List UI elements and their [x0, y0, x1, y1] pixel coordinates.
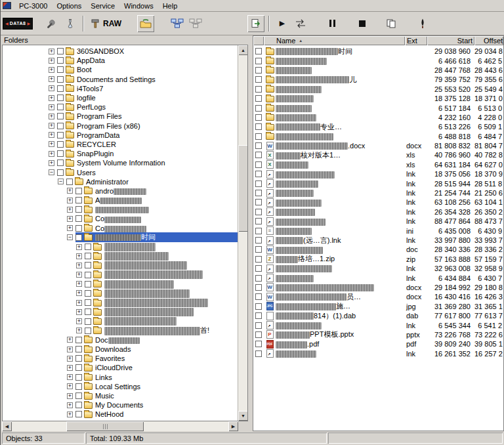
row-checkbox[interactable]	[255, 246, 262, 253]
row-checkbox[interactable]	[255, 256, 262, 263]
file-row[interactable]: Xxls64 631 18464 627 0	[253, 160, 503, 169]
row-checkbox[interactable]	[255, 67, 262, 74]
file-row[interactable]: 28 447 76828 443 6	[253, 66, 503, 75]
row-checkbox[interactable]	[255, 190, 262, 196]
row-checkbox[interactable]	[255, 86, 262, 93]
row-checkbox[interactable]	[255, 95, 262, 102]
tree-row[interactable]: −Administrator	[3, 177, 238, 186]
file-row[interactable]: ↗lnk28 515 94428 511 8	[253, 179, 503, 188]
tree-checkbox[interactable]	[57, 48, 64, 54]
tree-checkbox[interactable]	[85, 328, 91, 334]
row-checkbox[interactable]	[255, 180, 262, 187]
tree-row[interactable]: +A	[3, 196, 238, 205]
row-checkbox[interactable]	[255, 331, 262, 338]
row-checkbox[interactable]	[255, 237, 262, 244]
tree-checkbox[interactable]	[57, 85, 64, 92]
tree-row[interactable]: −时间	[3, 233, 238, 242]
map-disabled-button[interactable]	[187, 15, 204, 32]
file-row[interactable]: 814）(1).dabdab77 617 80077 613 7	[253, 311, 503, 320]
data-extractor-badge[interactable]: ◀ DATA8 ▶	[3, 18, 33, 30]
row-checkbox[interactable]	[255, 114, 262, 121]
expand-toggle[interactable]: +	[76, 253, 82, 259]
file-row[interactable]: ↗lnk63 108 25663 104 1	[253, 198, 503, 207]
tree-row[interactable]: +Co	[3, 224, 238, 233]
tree-checkbox[interactable]	[85, 290, 91, 297]
collapse-toggle[interactable]: −	[67, 234, 73, 240]
row-checkbox[interactable]	[255, 265, 262, 272]
menu-help[interactable]: Help	[158, 1, 182, 11]
expand-toggle[interactable]: +	[49, 151, 54, 157]
panel-splitter[interactable]	[248, 35, 253, 431]
expand-toggle[interactable]: +	[67, 412, 73, 417]
pause-button[interactable]	[324, 15, 341, 32]
expand-toggle[interactable]: +	[49, 85, 54, 91]
file-row[interactable]: 4 232 1604 228 0	[253, 113, 503, 122]
file-row[interactable]: ↗lnk18 375 05618 370 9	[253, 169, 503, 179]
file-row[interactable]: ↗lnk6 545 3446 541 2	[253, 320, 503, 329]
file-row[interactable]: X核对版本1…xls40 786 96040 782 8	[253, 150, 503, 159]
tree-row[interactable]: +	[3, 205, 238, 214]
tree-row[interactable]: +AppData	[3, 56, 238, 65]
tree-checkbox[interactable]	[75, 392, 82, 399]
tree-checkbox[interactable]	[75, 206, 82, 213]
file-row[interactable]: JPG施…jpg31 369 28031 365 1	[253, 302, 503, 311]
row-checkbox[interactable]	[255, 123, 262, 130]
expand-toggle[interactable]: +	[49, 141, 54, 147]
row-checkbox[interactable]	[255, 199, 262, 205]
tree-checkbox[interactable]	[57, 141, 64, 148]
expand-toggle[interactable]: +	[67, 347, 73, 352]
ext-column-header[interactable]: Ext	[405, 36, 427, 45]
file-row[interactable]: 儿79 359 75279 355 6	[253, 75, 503, 84]
tree-row[interactable]: +360SANDBOX	[3, 47, 238, 56]
tree-row[interactable]: +	[3, 251, 238, 261]
tree-row[interactable]: +Local Settings	[3, 382, 238, 391]
expand-toggle[interactable]: +	[67, 374, 73, 380]
expand-toggle[interactable]: +	[76, 244, 82, 250]
tree-row[interactable]: +SnapPlugin	[3, 149, 238, 158]
raw-recovery-button[interactable]: RAW	[88, 15, 124, 32]
tree-checkbox[interactable]	[57, 95, 64, 101]
expand-toggle[interactable]: +	[49, 76, 54, 82]
tree-row[interactable]: +Documents and Settings	[3, 75, 238, 84]
checkbox-column-header[interactable]	[253, 36, 264, 45]
tools-button[interactable]	[43, 15, 60, 32]
tree-checkbox[interactable]	[75, 188, 82, 194]
horizontal-scroll-thumb[interactable]	[66, 421, 144, 431]
row-checkbox[interactable]	[255, 350, 262, 357]
row-checkbox[interactable]	[255, 218, 262, 224]
tree-row[interactable]: +RECYCLER	[3, 140, 238, 149]
file-row[interactable]: ↗lnk16 261 35216 257 2	[253, 349, 503, 358]
export-button[interactable]	[247, 15, 264, 32]
expand-toggle[interactable]: +	[49, 114, 54, 119]
collapse-toggle[interactable]: −	[58, 179, 64, 184]
row-checkbox[interactable]	[255, 341, 262, 347]
tree-checkbox[interactable]	[75, 215, 82, 222]
tree-checkbox[interactable]	[57, 104, 64, 110]
tree-checkbox[interactable]	[57, 169, 64, 176]
file-row[interactable]: PDF.pdfpdf39 809 24039 805 1	[253, 339, 503, 349]
expand-toggle[interactable]: +	[67, 383, 73, 389]
tree-checkbox[interactable]	[57, 66, 64, 73]
tree-row[interactable]: +My Documents	[3, 400, 238, 410]
tree-checkbox[interactable]	[75, 337, 82, 343]
expand-toggle[interactable]: +	[67, 356, 73, 362]
expand-toggle[interactable]: +	[67, 402, 73, 408]
expand-toggle[interactable]: +	[76, 328, 82, 333]
scroll-right-arrow[interactable]: ▶	[228, 421, 238, 431]
tree-row[interactable]: +Favorites	[3, 354, 238, 363]
vertical-scroll-thumb[interactable]	[238, 145, 248, 232]
app-icon[interactable]	[3, 2, 11, 9]
tree-checkbox[interactable]	[85, 318, 91, 325]
row-checkbox[interactable]	[255, 228, 262, 234]
offset-column-header[interactable]: Offset	[474, 36, 503, 45]
expand-toggle[interactable]: +	[67, 393, 73, 399]
row-checkbox[interactable]	[255, 133, 262, 140]
expand-toggle[interactable]: +	[49, 160, 54, 166]
row-checkbox[interactable]	[255, 209, 262, 215]
file-row[interactable]: 6 466 6186 462 5	[253, 56, 503, 65]
row-checkbox[interactable]	[255, 303, 262, 310]
stop-button[interactable]	[354, 15, 371, 32]
expand-toggle[interactable]: +	[67, 198, 73, 203]
row-checkbox[interactable]	[255, 171, 262, 177]
map-button[interactable]	[169, 15, 186, 32]
